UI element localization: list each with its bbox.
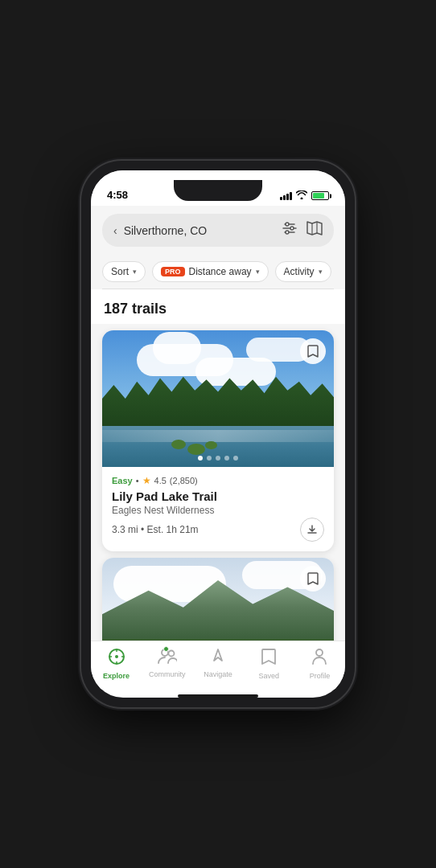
activity-label: Activity [284,266,315,277]
sort-chevron-icon: ▾ [133,268,137,276]
trail-length-detail: 3.3 mi • Est. 1h 21m [112,524,199,535]
signal-bars-icon [280,192,292,200]
saved-label: Saved [258,672,279,680]
community-label: Community [149,670,186,678]
trail-details: 3.3 mi • Est. 1h 21m [112,518,324,542]
notch [174,180,262,201]
svg-point-15 [168,651,174,657]
saved-icon [261,648,276,669]
nav-item-explore[interactable]: Explore [91,648,142,680]
status-time: 4:58 [107,189,128,201]
sort-chip[interactable]: Sort ▾ [102,261,146,282]
dot-3 [216,456,220,461]
profile-label: Profile [310,672,331,680]
search-left: ‹ Silverthorne, CO [113,224,207,237]
trail-image-2 [102,558,334,641]
nav-item-navigate[interactable]: Navigate [192,648,243,678]
rating-score: 4.5 [154,476,167,485]
content-area[interactable]: ‹ Silverthorne, CO [91,206,345,641]
svg-point-5 [286,231,289,234]
trail-count-text: 187 trails [104,301,167,317]
bookmark-button-2[interactable] [300,566,326,592]
trail-name: Lily Pad Lake Trail [112,489,324,503]
trail-card-2[interactable] [102,558,334,641]
svg-point-3 [286,223,289,226]
distance-label: Distance away [189,266,252,277]
rating-count: (2,850) [170,476,198,485]
trail-info: Easy • ★ 4.5 (2,850) Lily Pad Lake Trail… [102,467,334,551]
trail-location: Eagles Nest Wilderness [112,505,324,516]
distance-chip[interactable]: PRO Distance away ▾ [152,261,269,282]
profile-icon [311,648,327,669]
trail-rating: Easy • ★ 4.5 (2,850) [112,475,324,486]
navigate-label: Navigate [204,670,232,678]
back-chevron-icon[interactable]: ‹ [113,224,117,237]
wifi-icon [296,190,307,201]
navigate-icon [210,648,226,668]
image-dots [198,456,238,461]
dot-2 [207,456,212,461]
dot-4 [224,456,229,461]
home-indicator [178,694,258,698]
rating-separator: • [136,476,139,485]
svg-point-9 [115,655,118,658]
phone-frame: 4:58 [81,161,355,707]
explore-label: Explore [103,672,130,680]
sort-label: Sort [111,266,129,277]
download-button[interactable] [300,518,324,542]
community-icon [158,648,177,668]
star-icon: ★ [142,475,151,486]
mountain-scene-2 [102,558,334,641]
trail-time: Est. 1h 21m [147,524,199,535]
search-section: ‹ Silverthorne, CO [91,206,345,255]
nav-item-profile[interactable]: Profile [294,648,345,680]
location-text: Silverthorne, CO [124,224,207,237]
search-actions [282,221,323,240]
status-icons [280,190,329,201]
nav-item-community[interactable]: Community [142,648,192,678]
explore-icon [108,648,125,669]
battery-icon [311,191,329,200]
pro-badge: PRO [161,267,185,276]
distance-chevron-icon: ▾ [256,268,260,276]
filter-settings-icon[interactable] [282,222,297,239]
svg-point-16 [316,649,323,656]
difficulty-badge: Easy [112,476,133,485]
trail-length: 3.3 mi [112,524,138,535]
dot-1 [198,456,203,461]
map-icon[interactable] [306,221,323,240]
bookmark-button[interactable] [300,338,326,364]
dot-5 [233,456,238,461]
svg-point-4 [290,227,294,230]
trail-count-section: 187 trails [91,289,345,324]
trail-separator: • [141,524,147,535]
search-bar[interactable]: ‹ Silverthorne, CO [102,214,334,247]
phone-screen: 4:58 [91,170,345,698]
filter-chips: Sort ▾ PRO Distance away ▾ Activity ▾ [91,255,345,289]
trail-card[interactable]: Easy • ★ 4.5 (2,850) Lily Pad Lake Trail… [102,330,334,551]
lake-scene [102,330,334,467]
bottom-nav: Explore Community [91,641,345,690]
nav-item-saved[interactable]: Saved [244,648,294,680]
trail-image [102,330,334,467]
activity-chevron-icon: ▾ [319,268,323,276]
activity-chip[interactable]: Activity ▾ [275,261,331,282]
